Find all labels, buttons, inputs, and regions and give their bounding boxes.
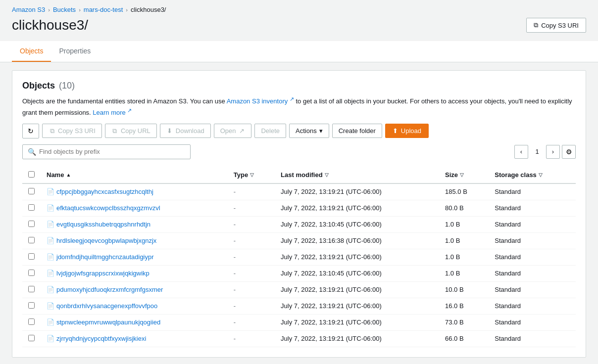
row-checkbox-cell-4 (22, 249, 41, 265)
row-size-5: 1.0 B (439, 265, 489, 281)
file-link-6[interactable]: pdumoxyhjcdfuoqkrzxmfcrgmfgsxmer (56, 286, 163, 293)
file-icon-8: 📄 (47, 318, 54, 326)
pagination-prev-button[interactable]: ‹ (514, 145, 528, 159)
search-box: 🔍 (22, 144, 191, 159)
file-link-5[interactable]: lvjdjgojwfsgrappscrxixwjqkigwikp (56, 270, 150, 277)
file-icon-2: 📄 (47, 221, 54, 228)
row-type-8: - (228, 314, 275, 330)
copy-url-icon: ⧉ (111, 128, 118, 135)
file-link-1[interactable]: efktaqtucswkcowpclbsszhqxgzmvzvl (56, 204, 160, 212)
pagination: ‹ 1 › ⚙ (514, 145, 576, 159)
col-size-label: Size (445, 171, 458, 179)
row-type-2: - (228, 216, 275, 232)
row-type-1: - (228, 200, 275, 216)
delete-button[interactable]: Delete (254, 124, 286, 138)
upload-button[interactable]: ⬆ Upload (385, 124, 429, 138)
tab-objects[interactable]: Objects (12, 41, 51, 62)
row-checkbox-1[interactable] (28, 204, 35, 211)
amazon-s3-inventory-link[interactable]: Amazon S3 inventory ↗ (227, 97, 294, 105)
row-type-0: - (228, 183, 275, 200)
search-input[interactable] (39, 148, 185, 155)
row-name-7: 📄 qonbrdxrhlvysanacgenexpffovvfpoo (41, 298, 228, 314)
breadcrumb-sep-2: › (79, 7, 81, 13)
learn-more-link[interactable]: Learn more ↗ (93, 109, 132, 116)
breadcrumb-bucket-name[interactable]: mars-doc-test (84, 6, 123, 13)
breadcrumb-buckets[interactable]: Buckets (53, 6, 76, 13)
objects-title: Objects (22, 81, 55, 91)
breadcrumb: Amazon S3 › Buckets › mars-doc-test › cl… (0, 0, 598, 13)
copy-icon-header: ⧉ (534, 21, 538, 29)
sort-name[interactable]: Name ▲ (47, 171, 222, 179)
open-ext-icon: ↗ (238, 128, 245, 135)
col-last-modified: Last modified ▽ (275, 167, 439, 183)
pagination-next-button[interactable]: › (546, 145, 560, 159)
row-checkbox-5[interactable] (28, 270, 35, 276)
sort-last-modified[interactable]: Last modified ▽ (281, 171, 433, 179)
copy-url-button[interactable]: ⧉ Copy URL (105, 124, 157, 138)
table-row: 📄 cfppcjbbggayhcxcasfxsugtzhcqlthj - Jul… (22, 183, 576, 200)
table-settings-button[interactable]: ⚙ (562, 145, 576, 159)
copy-s3-uri-button[interactable]: ⧉ Copy S3 URI (42, 124, 102, 138)
file-link-8[interactable]: stpnwcleepmvruwwqlpaunukjqogiied (56, 318, 160, 326)
row-checkbox-2[interactable] (28, 221, 35, 227)
row-checkbox-7[interactable] (28, 302, 35, 309)
row-last-modified-0: July 7, 2022, 13:19:21 (UTC-06:00) (275, 183, 439, 200)
row-checkbox-8[interactable] (28, 318, 35, 325)
row-size-3: 1.0 B (439, 232, 489, 249)
select-all-col (22, 167, 41, 183)
file-icon-9: 📄 (47, 335, 54, 342)
sort-storage-class[interactable]: Storage class ▽ (495, 171, 570, 179)
file-link-7[interactable]: qonbrdxrhlvysanacgenexpffovvfpoo (56, 302, 157, 310)
row-size-9: 66.0 B (439, 330, 489, 347)
file-icon-4: 📄 (47, 253, 54, 261)
row-type-5: - (228, 265, 275, 281)
file-icon-1: 📄 (47, 204, 54, 212)
file-link-4[interactable]: jdomfndjhquiltmgghcnzautadigiypr (56, 253, 154, 261)
row-checkbox-0[interactable] (28, 188, 35, 194)
breadcrumb-sep-3: › (126, 7, 128, 13)
download-label: Download (176, 127, 204, 135)
create-folder-button[interactable]: Create folder (332, 124, 382, 138)
tab-properties[interactable]: Properties (51, 41, 99, 62)
objects-table: Name ▲ Type ▽ Last modified ▽ (22, 167, 576, 347)
sort-last-modified-icon: ▽ (325, 172, 329, 178)
row-storage-class-0: Standard (489, 183, 576, 200)
row-name-4: 📄 jdomfndjhquiltmgghcnzautadigiypr (41, 249, 228, 265)
row-checkbox-6[interactable] (28, 286, 35, 292)
row-name-2: 📄 evgtlqusgiksshubetrqqpshnrhdtjn (41, 216, 228, 232)
row-checkbox-4[interactable] (28, 253, 35, 260)
download-button[interactable]: ⬇ Download (160, 124, 211, 138)
row-name-1: 📄 efktaqtucswkcowpclbsszhqxgzmvzvl (41, 200, 228, 216)
row-storage-class-9: Standard (489, 330, 576, 347)
sort-name-icon: ▲ (66, 172, 71, 178)
breadcrumb-amazon-s3[interactable]: Amazon S3 (12, 6, 45, 13)
row-storage-class-1: Standard (489, 200, 576, 216)
col-name-label: Name (47, 171, 64, 179)
open-button[interactable]: Open ↗ (214, 124, 252, 138)
copy-s3-uri-header-button[interactable]: ⧉ Copy S3 URI (526, 18, 586, 33)
row-storage-class-2: Standard (489, 216, 576, 232)
file-link-3[interactable]: hrdlsleegjoqevcogbpwlapwbjxgnzjx (56, 237, 156, 244)
row-checkbox-9[interactable] (28, 335, 35, 341)
sort-storage-class-icon: ▽ (539, 172, 543, 178)
sort-type[interactable]: Type ▽ (234, 171, 269, 179)
file-link-2[interactable]: evgtlqusgiksshubetrqqpshnrhdtjn (56, 221, 150, 228)
col-type: Type ▽ (228, 167, 275, 183)
file-link-9[interactable]: zjrryqhdnjycypcqbtfxyxwjisjkiexi (56, 335, 146, 342)
actions-button[interactable]: Actions ▾ (289, 124, 329, 138)
row-storage-class-6: Standard (489, 281, 576, 298)
upload-label: Upload (401, 127, 421, 135)
row-size-0: 185.0 B (439, 183, 489, 200)
row-size-4: 1.0 B (439, 249, 489, 265)
sort-size[interactable]: Size ▽ (445, 171, 483, 179)
row-checkbox-cell-7 (22, 298, 41, 314)
file-link-0[interactable]: cfppcjbbggayhcxcasfxsugtzhcqlthj (56, 188, 153, 195)
row-checkbox-cell-9 (22, 330, 41, 347)
row-last-modified-8: July 7, 2022, 13:19:21 (UTC-06:00) (275, 314, 439, 330)
select-all-checkbox[interactable] (28, 171, 35, 178)
row-checkbox-3[interactable] (28, 237, 35, 243)
refresh-button[interactable]: ↻ (22, 124, 39, 138)
row-name-3: 📄 hrdlsleegjoqevcogbpwlapwbjxgnzjx (41, 232, 228, 249)
table-row: 📄 evgtlqusgiksshubetrqqpshnrhdtjn - July… (22, 216, 576, 232)
row-name-8: 📄 stpnwcleepmvruwwqlpaunukjqogiied (41, 314, 228, 330)
